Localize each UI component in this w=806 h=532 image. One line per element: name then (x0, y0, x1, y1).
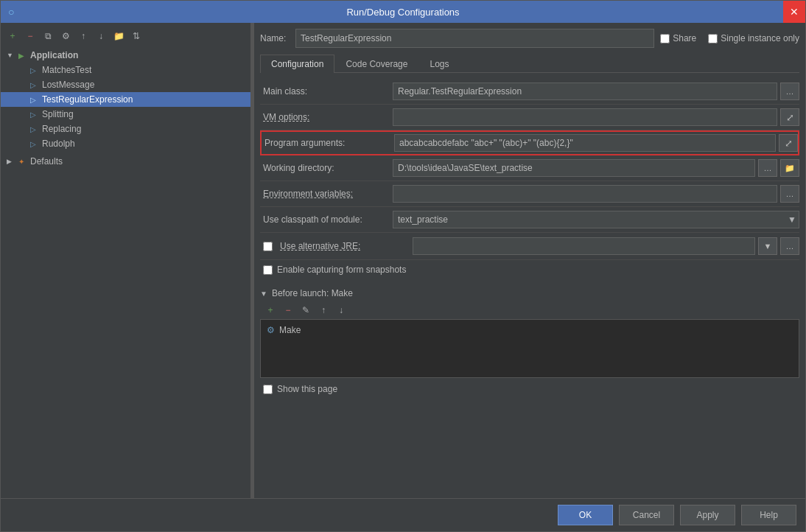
main-class-row: Main class: … (260, 79, 799, 105)
make-label: Make (279, 325, 301, 335)
alt-jre-browse-button[interactable]: … (780, 237, 799, 255)
help-button[interactable]: Help (741, 505, 796, 525)
bottom-bar: OK Cancel Apply Help (1, 498, 805, 531)
tree-item-matchestest[interactable]: ▷ MatchesTest (1, 63, 250, 77)
alt-jre-checkbox[interactable] (263, 242, 273, 251)
config-icon: ▷ (27, 138, 39, 150)
ok-button[interactable]: OK (558, 505, 613, 525)
config-tree: ▼ ▶ Application ▷ MatchesTest ▷ LostMess… (1, 46, 250, 495)
show-page-label: Show this page (277, 384, 337, 394)
working-dir-row: Working directory: … 📁 (260, 155, 799, 181)
show-page-checkbox[interactable] (263, 385, 273, 394)
move-down-button[interactable]: ↓ (94, 29, 108, 43)
before-launch-up-button[interactable]: ↑ (316, 303, 331, 318)
working-dir-folder-button[interactable]: 📁 (780, 159, 799, 177)
working-dir-input-wrap: … 📁 (393, 159, 799, 177)
env-vars-row: Environment variables: … (260, 181, 799, 207)
working-dir-label: Working directory: (260, 163, 393, 173)
sort-button[interactable]: ⇅ (129, 29, 144, 43)
env-vars-input-wrap: … (393, 185, 799, 203)
before-launch-toolbar: + − ✎ ↑ ↓ (260, 301, 799, 319)
enable-snapshots-label: Enable capturing form snapshots (277, 265, 406, 275)
classpath-row: Use classpath of module: text_practise ▼ (260, 207, 799, 233)
config-icon: ▷ (27, 123, 39, 135)
cancel-button[interactable]: Cancel (619, 505, 674, 525)
name-label: Name: (260, 33, 290, 43)
config-icon: ▷ (27, 64, 39, 76)
application-group-label: Application (30, 50, 78, 60)
enable-snapshots-row: Enable capturing form snapshots (260, 260, 799, 279)
alt-jre-label: Use alternative JRE: (277, 241, 410, 251)
before-launch-add-button[interactable]: + (263, 303, 278, 318)
left-panel: + − ⧉ ⚙ ↑ ↓ 📁 ⇅ ▼ ▶ Application ▷ (1, 23, 251, 498)
share-checkbox-label[interactable]: Share (660, 33, 696, 43)
working-dir-input[interactable] (393, 159, 755, 177)
config-form: Main class: … VM options: ⤢ Pr (260, 79, 799, 279)
add-config-button[interactable]: + (5, 29, 20, 43)
alt-jre-input[interactable] (413, 237, 755, 255)
close-button[interactable]: ✕ (783, 1, 805, 23)
tab-logs[interactable]: Logs (418, 55, 460, 73)
main-content: + − ⧉ ⚙ ↑ ↓ 📁 ⇅ ▼ ▶ Application ▷ (1, 23, 805, 498)
before-launch-remove-button[interactable]: − (281, 303, 295, 318)
gear-config-button[interactable]: ⚙ (58, 29, 73, 43)
alt-jre-dropdown-button[interactable]: ▼ (758, 237, 777, 255)
program-args-row: Program arguments: ⤢ (260, 130, 799, 155)
vm-options-input[interactable] (393, 108, 777, 126)
env-vars-label: Environment variables: (260, 189, 393, 199)
make-icon: ⚙ (267, 325, 275, 335)
program-args-input[interactable] (394, 134, 776, 152)
defaults-arrow: ▶ (7, 158, 15, 165)
env-vars-browse-button[interactable]: … (780, 185, 799, 203)
main-class-input[interactable] (393, 83, 777, 100)
move-up-button[interactable]: ↑ (76, 29, 91, 43)
classpath-select-wrap: text_practise ▼ (393, 211, 799, 228)
classpath-select[interactable]: text_practise (393, 211, 799, 228)
single-instance-checkbox[interactable] (708, 34, 718, 43)
before-launch-item-make[interactable]: ⚙ Make (264, 323, 796, 337)
working-dir-browse-button[interactable]: … (758, 159, 777, 177)
tree-item-replacing[interactable]: ▷ Replacing (1, 122, 250, 136)
tab-code-coverage[interactable]: Code Coverage (334, 55, 418, 73)
tree-item-testregularexpression[interactable]: ▷ TestRegularExpression (1, 92, 250, 107)
remove-config-button[interactable]: − (23, 29, 38, 43)
single-instance-checkbox-label[interactable]: Single instance only (708, 33, 799, 43)
intellij-icon: ○ (8, 6, 14, 18)
program-args-input-wrap: ⤢ (394, 134, 798, 152)
copy-config-button[interactable]: ⧉ (41, 29, 55, 43)
before-launch-down-button[interactable]: ↓ (334, 303, 348, 318)
env-vars-input[interactable] (393, 185, 777, 203)
share-checkbox[interactable] (660, 34, 670, 43)
tree-item-splitting[interactable]: ▷ Splitting (1, 107, 250, 122)
name-input[interactable] (295, 29, 654, 48)
config-icon: ▷ (27, 108, 39, 120)
vm-options-row: VM options: ⤢ (260, 105, 799, 130)
defaults-icon: ✦ (15, 155, 27, 167)
enable-snapshots-checkbox[interactable] (263, 265, 273, 275)
tree-arrow-expand: ▼ (7, 52, 15, 59)
tab-configuration[interactable]: Configuration (260, 55, 334, 73)
config-icon: ▷ (27, 79, 39, 91)
tree-group-defaults[interactable]: ▶ ✦ Defaults (1, 154, 250, 169)
main-class-label: Main class: (260, 86, 393, 97)
vm-options-input-wrap: ⤢ (393, 108, 799, 126)
program-args-expand-button[interactable]: ⤢ (779, 134, 798, 152)
folder-button[interactable]: 📁 (111, 29, 126, 43)
dialog-title: Run/Debug Configurations (346, 7, 459, 18)
classpath-label: Use classpath of module: (260, 214, 393, 225)
alt-jre-checkbox-row: Use alternative JRE: (260, 237, 413, 256)
before-launch-arrow[interactable]: ▼ (260, 290, 267, 298)
application-icon: ▶ (15, 49, 27, 61)
apply-button[interactable]: Apply (680, 505, 735, 525)
right-panel: Name: Share Single instance only Configu… (254, 23, 805, 498)
tree-item-lostmessage[interactable]: ▷ LostMessage (1, 77, 250, 92)
alt-jre-row: Use alternative JRE: ▼ … (260, 233, 799, 260)
tree-item-rudolph[interactable]: ▷ Rudolph (1, 136, 250, 151)
config-tabs: Configuration Code Coverage Logs (260, 54, 799, 73)
main-class-browse-button[interactable]: … (780, 83, 799, 100)
before-launch-edit-button[interactable]: ✎ (298, 303, 313, 318)
vm-options-expand-button[interactable]: ⤢ (780, 108, 799, 126)
config-icon-selected: ▷ (27, 94, 39, 105)
tree-group-application[interactable]: ▼ ▶ Application (1, 48, 250, 63)
before-launch-header: ▼ Before launch: Make (260, 285, 799, 301)
